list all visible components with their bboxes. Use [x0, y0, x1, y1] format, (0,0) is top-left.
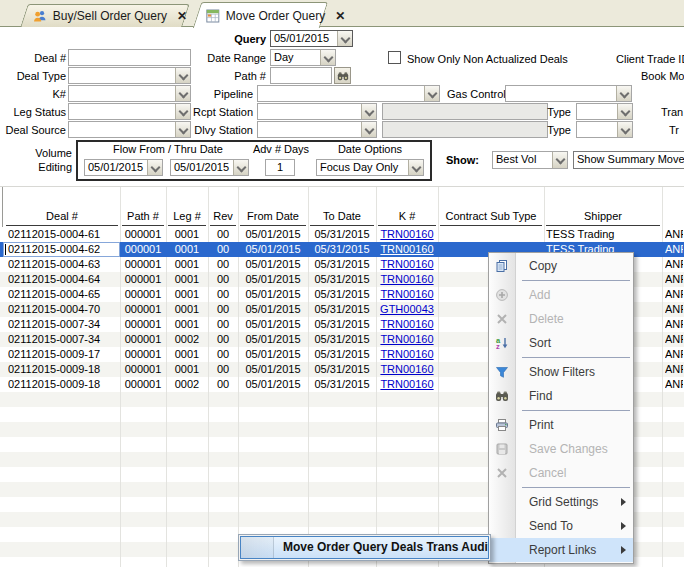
menu-item-label: Sort [529, 336, 551, 350]
tab-buy-sell-order-query[interactable]: Buy/Sell Order Query ✕ [20, 4, 189, 27]
copy-icon [495, 259, 509, 273]
column-header-leg-[interactable]: Leg # [168, 207, 206, 226]
menu-item-label: Cancel [529, 466, 566, 480]
k-number-link[interactable]: TRN00160 [378, 332, 436, 347]
grid-cell-path: 000001 [122, 272, 164, 287]
adv-days-input[interactable]: 1 [265, 159, 295, 176]
menu-item-print[interactable]: Print [489, 413, 633, 437]
k-number-link[interactable]: TRN00160 [378, 362, 436, 377]
menu-item-send-to[interactable]: Send To [489, 514, 633, 538]
chevron-down-icon[interactable] [552, 152, 567, 168]
table-icon [206, 9, 220, 23]
column-header-path-[interactable]: Path # [122, 207, 164, 226]
grid-cell-extra: ANR [665, 257, 683, 272]
k-number-link[interactable]: TRN00160 [378, 377, 436, 392]
menu-item-label: Add [529, 288, 550, 302]
book-mode-label: Book Mo [641, 70, 684, 82]
submenu-arrow-icon [621, 522, 626, 530]
column-header-k-[interactable]: K # [378, 207, 436, 226]
k-number-link[interactable]: TRN00160 [378, 287, 436, 302]
menu-item-move-order-query-deals-trans-audit[interactable]: Move Order Query Deals Trans Audit [240, 536, 489, 559]
tr-label: Tr [669, 124, 679, 136]
show-only-non-actualized-label: Show Only Non Actualized Deals [407, 53, 568, 65]
chevron-down-icon[interactable] [617, 104, 632, 119]
flow-from-date-combo[interactable]: 05/01/2015 [84, 159, 163, 176]
dlvy-station-label: Dlvy Station [150, 124, 253, 136]
rcpt-type-label: Type [530, 106, 571, 118]
grid-cell-from: 05/01/2015 [240, 317, 306, 332]
show-only-non-actualized-checkbox[interactable] [388, 51, 401, 64]
menu-item-report-links[interactable]: Report Links [489, 538, 633, 562]
chevron-down-icon[interactable] [361, 122, 376, 137]
grid-cell-extra: ANR [665, 242, 683, 257]
menu-item-label: Copy [529, 259, 557, 273]
chevron-down-icon[interactable] [233, 160, 248, 175]
grid-cell-to: 05/31/2015 [310, 332, 374, 347]
query-date-combo[interactable]: 05/01/2015 [270, 30, 353, 47]
date-range-combo[interactable]: Day [270, 49, 336, 66]
show-summary-move-button[interactable]: Show Summary Move [573, 151, 684, 169]
k-number-link[interactable]: TRN00160 [378, 317, 436, 332]
grid-cell-deal: 02112015-0009-17 [8, 347, 118, 362]
menu-item-sort[interactable]: azSort [489, 331, 633, 355]
column-header-rev[interactable]: Rev [210, 207, 236, 226]
menu-item-delete: Delete [489, 307, 633, 331]
column-header-contract-sub-type[interactable]: Contract Sub Type [440, 207, 542, 226]
dlvy-type-combo[interactable] [576, 121, 633, 138]
grid-cell-extra: ANR [665, 347, 683, 362]
pipeline-combo[interactable] [257, 85, 440, 102]
column-header-to-date[interactable]: To Date [310, 207, 374, 226]
grid-cell-extra: ANR [665, 287, 683, 302]
path-lookup-button[interactable] [334, 67, 351, 84]
close-tab-icon[interactable]: ✕ [335, 9, 345, 23]
chevron-down-icon[interactable] [361, 104, 376, 119]
rcpt-type-combo[interactable] [576, 103, 633, 120]
grid-cell-leg: 0001 [168, 227, 206, 242]
deal-number-input[interactable] [68, 49, 191, 66]
dlvy-station-combo[interactable] [257, 121, 377, 138]
column-header-from-date[interactable]: From Date [240, 207, 306, 226]
tab-move-order-query[interactable]: Move Order Query ✕ [193, 2, 328, 28]
k-number-link[interactable]: TRN00160 [378, 272, 436, 287]
k-number-link[interactable]: TRN00160 [378, 257, 436, 272]
menu-item-grid-settings[interactable]: Grid Settings [489, 490, 633, 514]
dlvy-type-label: Type [530, 124, 571, 136]
grid-cell-rev: 00 [210, 347, 236, 362]
menu-item-copy[interactable]: Copy [489, 254, 633, 278]
menu-item-show-filters[interactable]: Show Filters [489, 360, 633, 384]
grid-cell-extra: ANR [665, 377, 683, 392]
tab-bar: Buy/Sell Order Query ✕ Move Order Query … [0, 0, 684, 27]
flow-thru-date-combo[interactable]: 05/01/2015 [170, 159, 249, 176]
k-number-link[interactable]: GTH00043 [378, 302, 436, 317]
table-row[interactable]: 02112015-0004-6100000100010005/01/201505… [0, 227, 684, 242]
users-icon [33, 9, 47, 23]
grid-cell-from: 05/01/2015 [240, 257, 306, 272]
rcpt-station-combo[interactable] [257, 103, 377, 120]
pipeline-label: Pipeline [167, 88, 253, 100]
path-number-input[interactable] [270, 67, 332, 84]
k-number-link[interactable]: TRN00160 [378, 347, 436, 362]
menu-item-find[interactable]: Find [489, 384, 633, 408]
tab-label: Buy/Sell Order Query [53, 9, 167, 23]
chevron-down-icon[interactable] [337, 31, 352, 46]
menu-separator [522, 280, 630, 281]
active-edit-cell[interactable]: 02112015-0004-62 [3, 242, 120, 257]
grid-cell-shipper: TESS Trading [546, 227, 660, 242]
column-header-shipper[interactable]: Shipper [546, 207, 660, 226]
chevron-down-icon[interactable] [408, 160, 423, 175]
chevron-down-icon[interactable] [424, 86, 439, 101]
show-combo[interactable]: Best Vol [492, 151, 568, 169]
chevron-down-icon[interactable] [320, 50, 335, 65]
close-tab-icon[interactable]: ✕ [177, 9, 187, 23]
column-header-deal-[interactable]: Deal # [6, 207, 118, 226]
chevron-down-icon[interactable] [147, 160, 162, 175]
date-options-combo[interactable]: Focus Day Only [316, 159, 424, 176]
chevron-down-icon[interactable] [616, 86, 631, 101]
chevron-down-icon[interactable] [617, 122, 632, 137]
k-number-link[interactable]: TRN00160 [378, 242, 436, 257]
gas-control-combo[interactable] [505, 85, 632, 102]
deal-type-combo[interactable] [68, 67, 191, 84]
grid-cell-rev: 00 [210, 257, 236, 272]
grid-cell-rev: 00 [210, 362, 236, 377]
k-number-link[interactable]: TRN00160 [378, 227, 436, 242]
